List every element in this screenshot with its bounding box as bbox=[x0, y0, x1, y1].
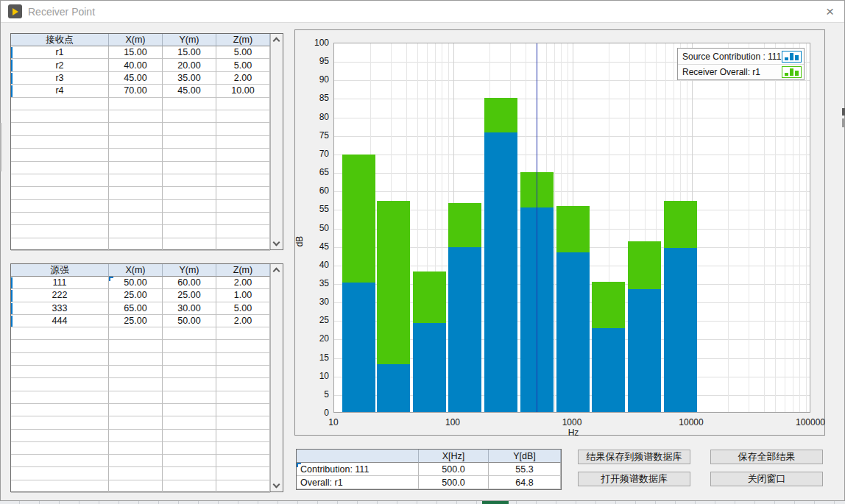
table-cell[interactable] bbox=[11, 200, 109, 213]
table-cell[interactable] bbox=[11, 340, 109, 352]
table-cell[interactable] bbox=[216, 480, 270, 493]
table-cell[interactable] bbox=[109, 404, 163, 416]
table-cell[interactable] bbox=[11, 123, 109, 135]
table-cell[interactable]: 45.00 bbox=[163, 85, 216, 97]
chevron-up-icon[interactable] bbox=[273, 268, 280, 275]
table-cell[interactable] bbox=[163, 391, 216, 404]
table-cell[interactable]: 111 bbox=[11, 277, 109, 289]
table-cell[interactable] bbox=[163, 455, 216, 467]
table-cell[interactable] bbox=[163, 162, 216, 174]
chevron-down-icon[interactable] bbox=[273, 239, 280, 246]
table-cell[interactable]: 50.00 bbox=[109, 277, 163, 289]
table-cell[interactable] bbox=[163, 98, 216, 110]
table-cell[interactable] bbox=[109, 225, 163, 238]
table-cell[interactable] bbox=[216, 442, 270, 455]
table-cell[interactable]: 5.00 bbox=[216, 46, 270, 59]
table-cell[interactable] bbox=[11, 391, 109, 404]
table-row[interactable] bbox=[11, 200, 283, 213]
table-row[interactable]: r240.0020.005.00 bbox=[11, 59, 283, 71]
table-cell[interactable] bbox=[163, 416, 216, 429]
table-row[interactable] bbox=[11, 98, 283, 110]
table-row[interactable] bbox=[11, 110, 283, 123]
table-cell[interactable] bbox=[109, 366, 163, 378]
bar-segment-overall-125hz[interactable] bbox=[448, 203, 481, 247]
table-cell[interactable] bbox=[163, 200, 216, 213]
table-cell[interactable] bbox=[163, 366, 216, 378]
table-row[interactable] bbox=[11, 238, 283, 251]
table-cell[interactable] bbox=[163, 353, 216, 366]
table-cell[interactable]: 5.00 bbox=[216, 302, 270, 315]
table-cell[interactable] bbox=[163, 136, 216, 149]
table-cell[interactable]: 45.00 bbox=[109, 72, 163, 85]
table-cell[interactable] bbox=[163, 430, 216, 442]
table-cell[interactable] bbox=[216, 430, 270, 442]
table-cell[interactable]: 15.00 bbox=[163, 46, 216, 59]
table-row[interactable]: 11150.0060.002.00 bbox=[11, 277, 283, 289]
table-row[interactable] bbox=[11, 187, 283, 199]
table-cell[interactable] bbox=[11, 149, 109, 161]
table-cell[interactable]: 25.00 bbox=[109, 315, 163, 327]
table-cell[interactable] bbox=[109, 378, 163, 391]
table-cell[interactable] bbox=[216, 340, 270, 352]
table-cell[interactable] bbox=[109, 162, 163, 174]
table-cell[interactable] bbox=[11, 430, 109, 442]
table-cell[interactable] bbox=[109, 455, 163, 467]
table-cell[interactable]: 70.00 bbox=[109, 85, 163, 97]
table-cell[interactable]: r3 bbox=[11, 72, 109, 85]
open-spectrum-db-button[interactable]: 打开频谱数据库 bbox=[578, 472, 690, 486]
table-cell[interactable]: 35.00 bbox=[163, 72, 216, 85]
source-table-scrollbar[interactable] bbox=[270, 264, 283, 491]
table-cell[interactable]: 25.00 bbox=[109, 289, 163, 302]
table-cell[interactable]: 64.8 bbox=[489, 476, 561, 489]
table-row[interactable] bbox=[11, 123, 283, 135]
table-cell[interactable] bbox=[11, 110, 109, 123]
table-cell[interactable] bbox=[11, 378, 109, 391]
table-cell[interactable] bbox=[216, 353, 270, 366]
table-row[interactable] bbox=[11, 378, 283, 391]
chart-cursor-line[interactable] bbox=[537, 43, 537, 412]
save-all-results-button[interactable]: 保存全部结果 bbox=[710, 450, 823, 464]
table-cell[interactable] bbox=[216, 213, 270, 225]
plot-area[interactable]: Source Contribution : 111 Receiver Overa… bbox=[333, 43, 810, 413]
table-cell[interactable] bbox=[163, 442, 216, 455]
table-cell[interactable] bbox=[216, 467, 270, 480]
table-row[interactable] bbox=[11, 416, 283, 429]
bar-segment-overall-2000hz[interactable] bbox=[592, 282, 625, 327]
table-row[interactable]: 33365.0030.005.00 bbox=[11, 302, 283, 315]
table-row[interactable] bbox=[11, 136, 283, 149]
table-cell[interactable]: 15.00 bbox=[109, 46, 163, 59]
table-cell[interactable] bbox=[109, 442, 163, 455]
table-cell[interactable] bbox=[109, 110, 163, 123]
bar-segment-overall-63hz[interactable] bbox=[413, 271, 446, 323]
table-row[interactable] bbox=[11, 327, 283, 340]
cursor-readout-table[interactable]: X[Hz]Y[dB]Contribution: 111500.055.3Over… bbox=[296, 449, 562, 490]
table-cell[interactable] bbox=[216, 200, 270, 213]
table-row[interactable] bbox=[11, 404, 283, 416]
table-cell[interactable]: 500.0 bbox=[419, 463, 489, 476]
table-cell[interactable] bbox=[109, 187, 163, 199]
table-cell[interactable] bbox=[11, 136, 109, 149]
table-cell[interactable] bbox=[109, 238, 163, 251]
table-row[interactable] bbox=[11, 442, 283, 455]
table-cell[interactable]: 333 bbox=[11, 302, 109, 315]
chevron-up-icon[interactable] bbox=[273, 38, 280, 45]
table-cell[interactable] bbox=[11, 455, 109, 467]
table-cell[interactable] bbox=[163, 480, 216, 493]
table-cell[interactable] bbox=[216, 238, 270, 251]
bar-segment-contribution-4000hz[interactable] bbox=[628, 289, 661, 412]
table-cell[interactable] bbox=[109, 416, 163, 429]
bar-segment-contribution-63hz[interactable] bbox=[413, 323, 446, 412]
receiver-table-scrollbar[interactable] bbox=[270, 34, 283, 249]
table-row[interactable]: 44425.0050.002.00 bbox=[11, 315, 283, 327]
table-cell[interactable]: 1.00 bbox=[216, 289, 270, 302]
table-row[interactable] bbox=[11, 366, 283, 378]
table-cell[interactable]: 30.00 bbox=[163, 302, 216, 315]
table-cell[interactable] bbox=[11, 98, 109, 110]
table-cell[interactable]: 5.00 bbox=[216, 59, 270, 71]
bar-segment-contribution-250hz[interactable] bbox=[484, 132, 517, 412]
bar-segment-contribution-2000hz[interactable] bbox=[592, 328, 625, 412]
bar-segment-overall-31.5hz[interactable] bbox=[377, 201, 410, 364]
table-cell[interactable] bbox=[163, 174, 216, 187]
table-row[interactable] bbox=[11, 467, 283, 480]
table-cell[interactable] bbox=[11, 238, 109, 251]
